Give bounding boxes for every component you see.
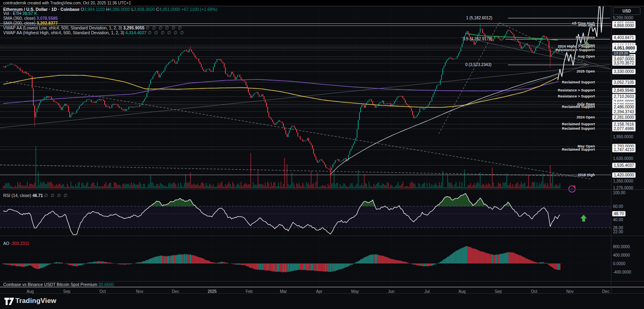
price-line-name: Resistance > Support [558, 88, 595, 92]
price-line-name: 2024 Open [576, 115, 595, 119]
legend-row-3: VWAP AA (Lowest Low, ohlc4, 500, Standar… [3, 26, 217, 30]
legend-row-2: SMA (200, close) 3,202.8377 [3, 21, 217, 25]
price-line-name: Aug Open [578, 54, 595, 58]
legend-hidden-values[interactable]: ∅ ∅ ∅ ∅ ∅ ∅ [148, 30, 184, 35]
premium-legend: Coinbase vs Binance USDT Bitcoin Spot Pr… [3, 282, 114, 287]
copyright-text: cointradernik created with TradingView.c… [3, 1, 131, 5]
time-axis-label: Dec [172, 289, 179, 294]
price-line-name: Reclaimed Support [562, 122, 595, 126]
rsi-legend: RSI (14, close) 46.71 ∅ ∅ ∅ ∅ [3, 193, 68, 198]
currency-button[interactable]: USD [613, 7, 640, 15]
price-line-label: 3,052.7105 [612, 80, 636, 85]
price-tick: 5,200.0000 [613, 16, 633, 20]
tradingview-chart-window: ⚡ cointradernik created with TradingView… [0, 0, 644, 309]
fib-level-label: 1 (5,182.6012) [466, 16, 492, 20]
time-axis-label: Aug [27, 289, 34, 294]
price-line-name: Resistance [576, 35, 595, 39]
fib-level-label: 0 (3,523.2343) [465, 62, 491, 67]
time-axis-label: May [351, 289, 359, 294]
price-line-label: 2,710.2603 [612, 94, 636, 99]
time-axis-label: Jul [425, 289, 430, 294]
copyright-bar: cointradernik created with TradingView.c… [0, 0, 644, 6]
svg-text:⚡: ⚡ [571, 187, 573, 191]
rsi-value: 46.71 [32, 193, 43, 198]
rsi-tick: 60.00 [613, 204, 623, 209]
legend-row-label: SMA (360, close) [3, 16, 35, 21]
time-axis-label: Dec [602, 289, 609, 294]
price-line-label: 1,535.4037 [612, 163, 636, 168]
price-line-name: Resistance > Support> [555, 48, 595, 52]
ohlc-h: H4,086.0000 [105, 7, 130, 12]
footer-bar: TradingView [0, 294, 644, 309]
price-line-label: 4,868.0000 [612, 23, 636, 28]
price-line-label: 4,403.8471 [612, 35, 636, 40]
time-axis-label: Mar [280, 289, 287, 294]
time-axis-label: Feb [246, 289, 252, 294]
ao-value: -303.2311 [10, 241, 29, 246]
legend-row-label: Vol · ETH [3, 11, 21, 16]
current-price-label: 4,051.0000 [612, 45, 637, 51]
legend-row-value: 3,295.9055 [123, 25, 144, 30]
legend-row-value: 3,078.5585 [37, 16, 58, 21]
chart-canvas[interactable]: ⚡ [0, 0, 644, 309]
ao-tick: 800.0000 [613, 245, 630, 249]
price-line-label: 1,420.0000 [612, 172, 636, 178]
price-line-name: 2025 Open [576, 69, 595, 73]
time-axis-label: Oct [531, 289, 537, 294]
premium-value: 32.6600 [99, 282, 114, 287]
price-line-label: 1,747.4210 [612, 147, 636, 152]
ohlc-o: O3,984.1100 [81, 7, 105, 12]
price-line-name: Reclaimed Support [562, 80, 595, 84]
legend-hidden-values[interactable]: ∅ ∅ ∅ ∅ ∅ ∅ [146, 25, 182, 30]
price-line-label: 3,330.0000 [612, 69, 636, 74]
rsi-tick: 22.00 [613, 230, 623, 234]
price-axis[interactable]: USD 5,200.00001,950.00001,630.00001,350.… [611, 6, 644, 293]
time-axis-label: Aug [458, 289, 466, 294]
legend-row-label: VWAP AA (Highest High, ohlc4, 500, Stand… [3, 30, 124, 35]
time-axis-label: Nov [136, 289, 143, 294]
ao-tick: -400.0000 [613, 270, 631, 274]
indicator-legend-rows: Vol · ETH 38.57 KSMA (360, close) 3,078.… [3, 11, 217, 35]
legend-row-value: 3,202.8377 [37, 21, 58, 25]
price-tick: 1,275.0000 [613, 186, 633, 190]
change-value: +67.1100 (+1.68%) [182, 7, 217, 12]
rsi-current-label: 48.70 [612, 211, 625, 216]
ao-legend: AO -303.2311 [3, 241, 29, 246]
price-line-name: Prior ATH [578, 23, 595, 27]
ohlc-values: O3,984.1100 H4,086.0000 L3,908.3600 C4,0… [81, 7, 180, 12]
legend-row-label: VWAP AA (Lowest Low, ohlc4, 500, Standar… [3, 25, 122, 30]
price-line-label: 2,849.9946 [612, 88, 636, 93]
legend-row-1: SMA (360, close) 3,078.5585 [3, 16, 217, 20]
legend-row-value: 38.57 K [23, 11, 37, 16]
rsi-hidden-values[interactable]: ∅ ∅ ∅ ∅ [44, 193, 68, 198]
ohlc-l: L3,908.3600 [130, 7, 155, 12]
legend-row-4: VWAP AA (Highest High, ohlc4, 500, Stand… [3, 31, 217, 35]
rsi-label: RSI (14, close) [3, 193, 31, 198]
price-line-name: Reclaimed Support [562, 105, 595, 109]
bar-countdown: 13:23:20 [612, 51, 630, 56]
price-tick: 1,630.0000 [613, 156, 633, 161]
rsi-tick: 40.00 [613, 218, 623, 222]
price-line-name: Reclaimed Support [562, 127, 595, 131]
ohlc-c: C4,051.0000 [155, 7, 180, 12]
price-line-label: 2,394.3743 [612, 109, 636, 114]
time-axis-label: Sep [495, 289, 502, 294]
ao-tick: 400.0000 [613, 253, 630, 257]
price-tick: 1,950.0000 [613, 135, 633, 139]
main-legend: Ethereum / U.S. Dollar · 1D · Coinbase O… [3, 7, 217, 35]
tradingview-brand[interactable]: TradingView [15, 297, 56, 305]
price-line-label: 2,077.4986 [612, 126, 636, 131]
price-line-name: Reclaimed Support [562, 147, 595, 151]
price-line-name: 2018 High [578, 173, 595, 177]
time-axis-label: Jun [388, 289, 394, 294]
legend-row-label: SMA (200, close) [3, 21, 35, 25]
tradingview-logo-icon[interactable] [4, 297, 14, 306]
time-axis-label: Nov [566, 289, 574, 294]
price-tick: 1,350.0000 [613, 179, 633, 183]
time-axis-label: Sep [63, 289, 70, 294]
ao-label: AO [3, 241, 9, 246]
time-axis-label: Apr [316, 289, 322, 294]
rsi-tick: 100.00 [613, 191, 625, 195]
premium-label: Coinbase vs Binance USDT Bitcoin Spot Pr… [3, 282, 97, 287]
price-line-label: 3,570.3572 [612, 60, 636, 66]
